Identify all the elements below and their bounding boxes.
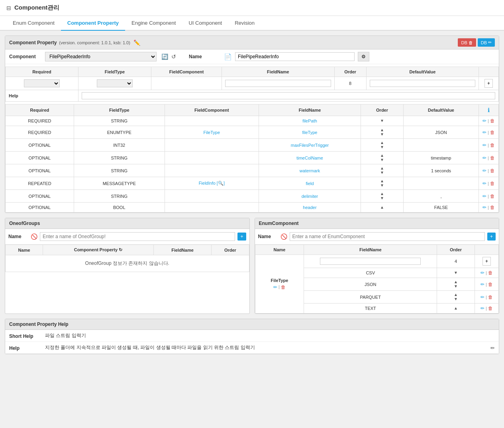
fieldname-link[interactable]: delimiter bbox=[302, 194, 318, 199]
help-input[interactable] bbox=[82, 92, 495, 99]
name-label: Name bbox=[189, 54, 221, 59]
name-gear-button[interactable]: ⚙ bbox=[358, 52, 369, 61]
down-arrow[interactable]: ▼ bbox=[380, 145, 384, 149]
up-arrow[interactable]: ▲ bbox=[380, 192, 384, 196]
enum-edit-btn[interactable]: ✏ bbox=[480, 282, 484, 287]
enum-edit-btn[interactable]: ✏ bbox=[480, 306, 484, 311]
reset-icon[interactable]: ↺ bbox=[171, 53, 177, 61]
row-edit-btn[interactable]: ✏ bbox=[482, 205, 486, 210]
row-edit-btn[interactable]: ✏ bbox=[482, 130, 486, 135]
oneof-table: Name Component Property ↻ FieldName Orde… bbox=[5, 245, 249, 272]
down-arrow[interactable]: ▼ bbox=[380, 158, 384, 162]
enum-add-button[interactable]: + bbox=[487, 233, 496, 241]
enum-filetype-row-header: FileType ✏ | 🗑 4 bbox=[255, 255, 499, 268]
tab-engine[interactable]: Engine Component bbox=[125, 16, 182, 31]
up-arrow[interactable]: ▲ bbox=[454, 280, 458, 284]
fieldcomp-link[interactable]: FieldInfo [🔍] bbox=[199, 181, 225, 185]
fieldcomp-link[interactable]: FileType bbox=[204, 130, 220, 135]
filetype-edit-btn[interactable]: ✏ bbox=[273, 284, 277, 290]
tab-enum[interactable]: Enum Component bbox=[6, 16, 61, 31]
enum-name-input[interactable] bbox=[290, 232, 485, 241]
td-fieldtype: INT32 bbox=[74, 139, 165, 152]
help-text-row: Help 지정한 폴더에 지속적으로 파일이 생성될 때, 파일이 생성될 때마… bbox=[5, 342, 499, 354]
required-select[interactable] bbox=[24, 79, 60, 87]
row-del-btn[interactable]: 🗑 bbox=[490, 130, 495, 135]
enum-new-add-btn[interactable]: + bbox=[482, 257, 491, 266]
row-del-btn[interactable]: 🗑 bbox=[490, 168, 495, 174]
up-arrow[interactable]: ▲ bbox=[454, 293, 458, 297]
down-arrow[interactable]: ▼ bbox=[454, 271, 458, 275]
tab-ui[interactable]: UI Component bbox=[182, 16, 228, 31]
up-arrow[interactable]: ▲ bbox=[380, 141, 384, 145]
td-actions: ✏ | 🗑 bbox=[479, 203, 499, 213]
fieldname-link[interactable]: field bbox=[306, 181, 314, 186]
row-edit-btn[interactable]: ✏ bbox=[482, 118, 486, 124]
filetype-del-btn[interactable]: 🗑 bbox=[281, 284, 286, 290]
row-del-btn[interactable]: 🗑 bbox=[490, 181, 495, 186]
enum-table: Name FieldName Order FileType ✏ bbox=[255, 245, 499, 314]
cp-edit-icon[interactable]: ✏️ bbox=[133, 39, 141, 47]
down-arrow[interactable]: ▼ bbox=[380, 183, 384, 187]
enum-del-btn[interactable]: 🗑 bbox=[488, 294, 493, 300]
td-order: ▲▼ bbox=[361, 190, 404, 203]
component-select[interactable]: FilePipeReaderInfo bbox=[45, 52, 157, 61]
down-arrow[interactable]: ▼ bbox=[380, 171, 384, 175]
row-edit-btn[interactable]: ✏ bbox=[482, 181, 486, 186]
enum-edit-btn[interactable]: ✏ bbox=[480, 294, 484, 300]
up-arrow[interactable]: ▲ bbox=[380, 154, 384, 158]
down-arrow[interactable]: ▼ bbox=[380, 132, 384, 136]
enum-del-btn[interactable]: 🗑 bbox=[488, 306, 493, 311]
row-del-btn[interactable]: 🗑 bbox=[490, 193, 495, 199]
down-arrow[interactable]: ▼ bbox=[380, 196, 384, 200]
fieldname-link[interactable]: maxFilesPerTrigger bbox=[291, 143, 329, 148]
enum-del-btn[interactable]: 🗑 bbox=[488, 282, 493, 287]
oneof-add-button[interactable]: + bbox=[237, 233, 246, 241]
fieldname-link[interactable]: filePath bbox=[302, 118, 317, 123]
fieldname-link[interactable]: fileType bbox=[302, 130, 318, 135]
tab-property[interactable]: Component Property bbox=[61, 16, 125, 31]
up-arrow[interactable]: ▲ bbox=[380, 128, 384, 132]
row-edit-btn[interactable]: ✏ bbox=[482, 193, 486, 199]
name-input[interactable] bbox=[235, 52, 355, 61]
oneof-name-input[interactable] bbox=[40, 232, 235, 241]
fieldname-link[interactable]: header bbox=[303, 205, 316, 210]
row-del-btn[interactable]: 🗑 bbox=[490, 155, 495, 161]
enum-new-fieldname-input[interactable] bbox=[320, 258, 421, 265]
enum-edit-btn[interactable]: ✏ bbox=[480, 270, 484, 276]
down-arrow[interactable]: ▼ bbox=[454, 284, 458, 288]
row-del-btn[interactable]: 🗑 bbox=[490, 118, 495, 124]
row-del-btn[interactable]: 🗑 bbox=[490, 142, 495, 148]
td-fieldname: timeColName bbox=[259, 152, 361, 164]
up-arrow[interactable]: ▲ bbox=[454, 306, 458, 310]
add-field-button[interactable]: + bbox=[484, 79, 493, 88]
db-delete-button[interactable]: DB 🗑 bbox=[458, 38, 476, 47]
fieldname-input[interactable] bbox=[225, 80, 331, 87]
enum-del-btn[interactable]: 🗑 bbox=[488, 270, 493, 276]
oneof-title: OneofGroups bbox=[9, 221, 40, 226]
fieldname-link[interactable]: watermark bbox=[300, 168, 320, 173]
fieldname-link[interactable]: timeColName bbox=[296, 156, 323, 160]
fieldtype-select[interactable] bbox=[97, 79, 133, 87]
help-edit-button[interactable]: ✏ bbox=[490, 345, 495, 351]
field-row: OPTIONAL BOOL header ▲ FALSE ✏ | 🗑 bbox=[6, 203, 499, 213]
td-defaultvalue: 1 seconds bbox=[403, 164, 479, 177]
refresh-icon[interactable]: 🔄 bbox=[161, 53, 169, 61]
up-arrow[interactable]: ▲ bbox=[380, 179, 384, 183]
defaultvalue-input[interactable] bbox=[370, 80, 475, 87]
th-fieldtype2: FieldType bbox=[74, 105, 165, 116]
db-edit-button[interactable]: DB ✏ bbox=[478, 38, 495, 47]
field-row: REQUIRED STRING filePath ▼ ✏ | 🗑 bbox=[6, 116, 499, 126]
page-title: Component관리 bbox=[14, 4, 59, 12]
page-header: ⊟ Component관리 bbox=[0, 0, 504, 16]
down-arrow[interactable]: ▼ bbox=[454, 297, 458, 301]
tab-revision[interactable]: Revision bbox=[228, 16, 261, 31]
up-arrow[interactable]: ▲ bbox=[380, 205, 384, 209]
enum-td-actions: ✏ | 🗑 bbox=[475, 278, 499, 291]
info-button[interactable]: ℹ bbox=[488, 107, 490, 113]
up-arrow[interactable]: ▲ bbox=[380, 166, 384, 170]
row-del-btn[interactable]: 🗑 bbox=[490, 205, 495, 210]
row-edit-btn[interactable]: ✏ bbox=[482, 142, 486, 148]
row-edit-btn[interactable]: ✏ bbox=[482, 155, 486, 161]
row-edit-btn[interactable]: ✏ bbox=[482, 168, 486, 174]
down-arrow[interactable]: ▼ bbox=[380, 119, 384, 123]
